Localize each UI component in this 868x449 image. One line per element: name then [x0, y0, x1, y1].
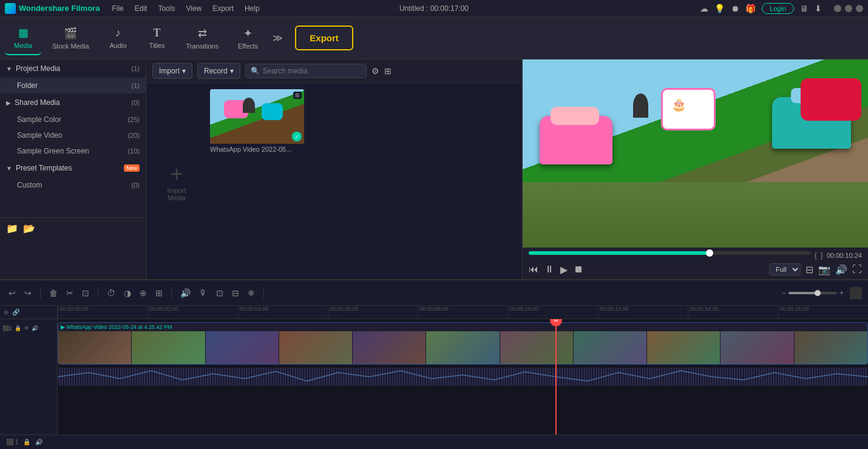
media-item-whatsapp[interactable]: ⊞ ✓ WhatsApp Video 2022-05... — [210, 89, 304, 273]
add-track-button[interactable]: ⊕ — [4, 309, 8, 316]
audio-button[interactable]: 🔊 — [178, 286, 193, 300]
media-thumbnail: ⊞ ✓ — [210, 89, 304, 144]
record-icon[interactable]: ⏺ — [731, 4, 739, 13]
folder-count: (1) — [132, 82, 140, 89]
timeline: ↩ ↪ 🗑 ✂ ⊡ ⏱ ◑ ⊕ ⊞ 🔊 🎙 ⊡ ⊟ ❄ − + — [0, 279, 868, 449]
subtitle-button[interactable]: ⊡ — [214, 286, 226, 300]
menu-file[interactable]: File — [112, 4, 123, 13]
new-folder-button[interactable]: 📁 — [6, 223, 18, 234]
toolbar-transitions[interactable]: ⇄ Transitions — [178, 22, 227, 55]
open-folder-button[interactable]: 📂 — [23, 223, 35, 234]
time-mark-5: 00:00:10:00 — [508, 306, 598, 319]
project-media-header[interactable]: ▼ Project Media (1) — [0, 59, 146, 78]
toolbar-stock-media[interactable]: 🎬 Stock Media — [44, 22, 98, 55]
preset-templates-label: Preset Templates — [16, 164, 121, 172]
link-track-button[interactable]: 🔗 — [12, 309, 19, 316]
search-input[interactable] — [263, 67, 361, 75]
delete-button[interactable]: 🗑 — [47, 286, 60, 300]
preview-progress-bar[interactable] — [529, 251, 811, 255]
toolbar-transitions-label: Transitions — [186, 42, 219, 50]
record-label: Record — [204, 67, 228, 75]
track-eye-icon[interactable]: 👁 — [24, 325, 29, 331]
record-dropdown-arrow[interactable]: ▾ — [230, 67, 234, 75]
shared-media-header[interactable]: ▶ Shared Media (0) — [0, 93, 146, 112]
toolbar-titles[interactable]: T Titles — [139, 22, 175, 54]
timeline-cursor[interactable]: ✂ — [555, 319, 557, 434]
sidebar-item-sample-color[interactable]: Sample Color (25) — [0, 112, 146, 127]
project-media-count: (1) — [132, 65, 140, 72]
stop-button[interactable]: ⏹ — [574, 264, 583, 275]
speed-button[interactable]: ⏱ — [104, 286, 118, 300]
stabilize-button[interactable]: ⊕ — [137, 286, 149, 300]
search-icon: 🔍 — [251, 67, 260, 75]
close-button[interactable] — [856, 5, 863, 12]
toolbar-more-button[interactable]: ≫ — [269, 27, 287, 49]
track-speaker-icon[interactable]: 🔊 — [32, 325, 38, 331]
transform-button[interactable]: ⊞ — [153, 286, 165, 300]
progress-thumb[interactable] — [706, 249, 713, 257]
cloud-icon[interactable]: ☁ — [700, 4, 708, 13]
zoom-in-button[interactable]: + — [839, 289, 844, 297]
monitor-icon[interactable]: 🖥 — [800, 4, 809, 13]
crop-button[interactable]: ⊡ — [80, 286, 92, 300]
frame-10 — [795, 331, 867, 365]
frame-0 — [58, 331, 132, 365]
menu-help[interactable]: Help — [245, 4, 260, 13]
add-freeze-button[interactable]: ❄ — [245, 286, 257, 300]
cut-button[interactable]: ✂ — [64, 286, 76, 300]
undo-button[interactable]: ↩ — [6, 286, 18, 300]
zoom-out-button[interactable]: − — [782, 289, 786, 297]
screenshot-button[interactable]: 📷 — [818, 264, 830, 275]
titles-icon: T — [154, 27, 161, 39]
sidebar-item-custom[interactable]: Custom (0) — [0, 177, 146, 193]
volume-button[interactable]: 🔊 — [835, 264, 847, 275]
grid-view-button[interactable]: ⊞ — [384, 66, 392, 76]
bulb-icon[interactable]: 💡 — [714, 4, 725, 13]
sidebar-item-sample-video[interactable]: Sample Video (20) — [0, 127, 146, 143]
time-mark-0: 00:00:00:00 — [58, 306, 147, 319]
time-mark-8: 00:00:16:00 — [778, 306, 868, 319]
voiceover-button[interactable]: 🎙 — [197, 286, 210, 300]
fullscreen-button[interactable]: ⛶ — [852, 264, 862, 275]
toolbar-media[interactable]: ▦ Media — [5, 21, 41, 55]
minimize-button[interactable] — [834, 5, 841, 12]
bracket-right: } — [821, 251, 823, 260]
menu-tools[interactable]: Tools — [158, 4, 175, 13]
sidebar-item-folder[interactable]: Folder (1) — [0, 78, 146, 93]
record-button[interactable]: Record ▾ — [197, 63, 240, 79]
status-speaker-icon[interactable]: 🔊 — [35, 439, 42, 445]
export-button[interactable]: Export — [295, 25, 353, 50]
preset-templates-header[interactable]: ▼ Preset Templates New — [0, 159, 146, 177]
toolbar-effects[interactable]: ✦ Effects — [229, 22, 266, 55]
sidebar-item-sample-green-screen[interactable]: Sample Green Screen (10) — [0, 143, 146, 159]
pip-button[interactable]: ⊟ — [805, 264, 813, 275]
menu-export[interactable]: Export — [212, 4, 234, 13]
prev-frame-button[interactable]: ⏮ — [529, 264, 538, 275]
track-lock-icon[interactable]: 🔒 — [15, 325, 21, 331]
gift-icon[interactable]: 🎁 — [745, 4, 756, 13]
login-button[interactable]: Login — [762, 3, 794, 14]
status-lock-icon[interactable]: 🔒 — [23, 439, 30, 445]
import-button[interactable]: Import ▾ — [152, 63, 192, 79]
menu-edit[interactable]: Edit — [135, 4, 147, 13]
menu-view[interactable]: View — [186, 4, 202, 13]
timeline-track-headers: ⊕ 🔗 ⬛1 🔒 👁 🔊 — [0, 306, 58, 434]
import-dropdown-arrow[interactable]: ▾ — [182, 67, 186, 75]
pause-button[interactable]: ⏸ — [544, 264, 554, 275]
media-grid: ⊞ ✓ WhatsApp Video 2022-05... — [210, 89, 304, 273]
detach-button[interactable]: ⊟ — [229, 286, 242, 300]
stock-media-icon: 🎬 — [64, 27, 77, 40]
media-browser: Import ▾ Record ▾ 🔍 ⚙ ⊞ + ImportMedia — [146, 59, 522, 279]
redo-button[interactable]: ↪ — [22, 286, 34, 300]
color-button[interactable]: ◑ — [121, 286, 134, 300]
panel-bottom-actions: 📁 📂 — [0, 217, 146, 239]
quality-selector[interactable]: Full — [769, 263, 801, 275]
maximize-button[interactable] — [845, 5, 852, 12]
video-track[interactable]: ▶ WhatsApp Video 2022-05-24 at 4.25.42 P… — [58, 322, 868, 365]
filter-button[interactable]: ⚙ — [371, 66, 379, 76]
zoom-slider[interactable] — [788, 292, 837, 294]
play-button[interactable]: ▶ — [560, 264, 568, 275]
download-icon[interactable]: ⬇ — [815, 4, 822, 13]
toolbar-audio[interactable]: ♪ Audio — [100, 22, 137, 54]
import-placeholder[interactable]: + ImportMedia — [152, 89, 201, 273]
